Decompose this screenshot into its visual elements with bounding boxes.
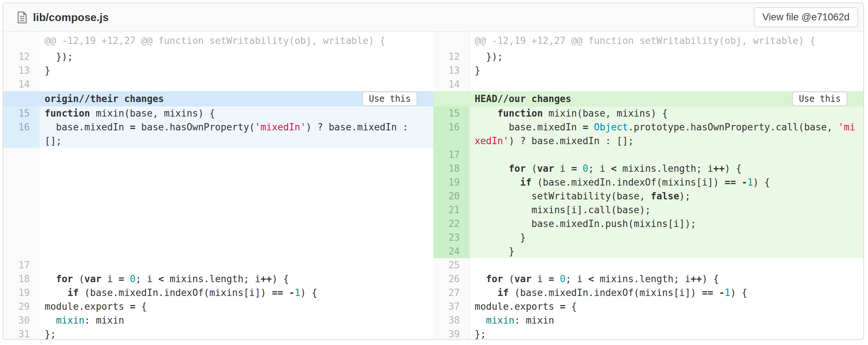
code-token-n: 0 [130, 273, 136, 284]
diff-row: 17 [433, 148, 863, 162]
file-diff-card: lib/compose.js View file @e71062d @@ -12… [3, 3, 864, 340]
code-token-k: false [651, 191, 679, 202]
diff-row: 14 [3, 77, 433, 91]
code-line [470, 258, 863, 272]
diff-row: 29module.exports = { [3, 300, 433, 313]
code-token: (base.mixedIn.indexOf(mixins[i]) [532, 177, 725, 188]
line-number: 25 [433, 258, 470, 272]
code-token-n: 1 [725, 287, 730, 298]
line-number: 14 [3, 77, 40, 91]
code-token-k: == [725, 177, 736, 188]
conflict-header-content: HEAD//our changesUse this [470, 91, 863, 106]
code-line: }; [470, 327, 863, 340]
diff-row: 19 if (base.mixedIn.indexOf(mixins[i]) =… [3, 286, 433, 300]
code-token-k: == [272, 287, 283, 298]
code-token [45, 315, 56, 326]
diff-row: 37module.exports = { [433, 300, 863, 313]
code-token-n: 0 [560, 273, 566, 284]
code-token [283, 287, 289, 298]
code-token: mixins.length; i [594, 273, 691, 284]
code-line: base.mixedIn.push(mixins[i]); [470, 217, 863, 231]
diff-pane-theirs: @@ -12,19 +12,27 @@ function setWritabil… [3, 32, 433, 340]
diff-row: 12 }); [433, 50, 863, 64]
use-this-button[interactable]: Use this [362, 92, 417, 106]
code-token: : mixin [85, 315, 124, 326]
code-token-k: for [509, 163, 526, 174]
diff-row: 13} [3, 64, 433, 77]
line-number: 30 [3, 313, 40, 327]
code-token: i [532, 273, 549, 284]
code-token-k: - [289, 287, 295, 298]
code-token-k: = [119, 273, 124, 284]
hunk-header-text: @@ -12,19 +12,27 @@ function setWritabil… [40, 32, 433, 50]
code-token: module.exports [475, 301, 560, 312]
line-number: 23 [433, 231, 470, 244]
code-token [124, 273, 130, 284]
diff-row: 15function mixin(base, mixins) { [3, 106, 433, 120]
file-header-bar: lib/compose.js View file @e71062d [3, 3, 863, 32]
conflict-source-label: HEAD//our changes [475, 91, 571, 106]
diff-row: 23 } [433, 231, 863, 244]
code-token: }; [45, 329, 56, 340]
code-token: module.exports [45, 301, 130, 312]
code-line: }); [40, 50, 433, 64]
code-token [45, 273, 56, 284]
code-token: setWritability(base, [475, 191, 651, 202]
code-token [588, 122, 594, 133]
code-line [40, 258, 433, 272]
line-number: 19 [3, 286, 40, 300]
code-token [45, 287, 67, 298]
code-token-k: = [130, 122, 136, 133]
code-line: } [470, 231, 863, 244]
conflict-header-row: HEAD//our changesUse this [433, 91, 863, 106]
code-token: { [135, 301, 147, 312]
hunk-header-text: @@ -12,19 +12,27 @@ function setWritabil… [470, 32, 863, 50]
diff-row: 31}; [3, 327, 433, 340]
code-line: setWritability(base, false); [470, 189, 863, 203]
code-token: }; [475, 329, 486, 340]
code-token: base.mixedIn [475, 122, 582, 133]
diff-row: 12 }); [3, 50, 433, 64]
code-token: ( [526, 163, 537, 174]
code-line: if (base.mixedIn.indexOf(mixins[i]) == -… [470, 286, 863, 300]
code-token [554, 273, 560, 284]
code-token: }); [475, 51, 503, 62]
code-line: function mixin(base, mixins) { [40, 106, 433, 120]
line-number: 15 [3, 106, 40, 120]
line-number [3, 148, 40, 258]
line-number: 12 [433, 50, 470, 64]
line-number: 21 [433, 203, 470, 217]
line-number: 18 [433, 162, 470, 175]
code-token: ) { [725, 163, 742, 174]
code-token-k: var [537, 163, 554, 174]
diff-row: 27 if (base.mixedIn.indexOf(mixins[i]) =… [433, 286, 863, 300]
code-token: mixin(base, mixins) { [90, 108, 215, 119]
code-token: (base.mixedIn.indexOf(mixins[i]) [509, 287, 702, 298]
code-token: } [45, 65, 50, 76]
code-line: module.exports = { [470, 300, 863, 313]
view-file-button[interactable]: View file @e71062d [754, 7, 858, 27]
code-line: for (var i = 0; i < mixins.length; i++) … [40, 272, 433, 286]
code-token: i [102, 273, 119, 284]
line-number: 26 [433, 272, 470, 286]
use-this-button[interactable]: Use this [792, 92, 847, 106]
code-line: function mixin(base, mixins) { [470, 106, 863, 120]
code-line [470, 148, 863, 162]
code-token-k: function [498, 108, 543, 119]
code-token-k: < [158, 273, 164, 284]
code-line: for (var i = 0; i < mixins.length; i++) … [470, 162, 863, 175]
line-number: 20 [433, 189, 470, 203]
line-number [3, 91, 40, 106]
code-token: base.mixedIn.push(mixins[i]); [475, 218, 696, 229]
code-token: ) ? base.mixedIn : []; [509, 135, 634, 146]
line-number: 27 [433, 286, 470, 300]
line-number: 39 [433, 327, 470, 340]
code-token-n: 1 [295, 287, 300, 298]
conflict-header-row: origin//their changesUse this [3, 91, 433, 106]
code-token [475, 287, 498, 298]
code-line: mixin: mixin [470, 313, 863, 327]
code-token: ; i [566, 273, 589, 284]
diff-row: 20 setWritability(base, false); [433, 189, 863, 203]
code-line [40, 77, 433, 91]
code-token-k: < [611, 163, 617, 174]
